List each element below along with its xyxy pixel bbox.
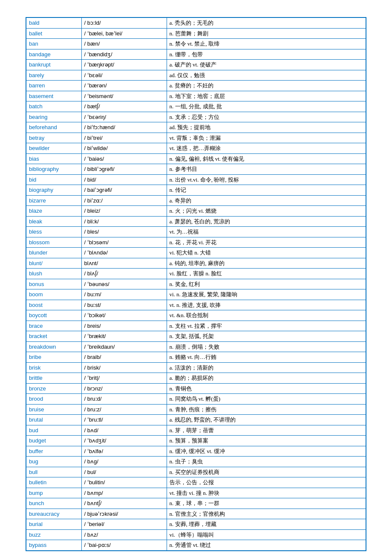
word-cell: bump — [26, 488, 81, 498]
pronunciation-cell: / ˈberiəl/ — [81, 519, 167, 530]
table-row: budget/ ˈbʌdʒit/n. 预算，预算案 — [26, 436, 366, 446]
word-cell: bull — [26, 467, 81, 477]
definition-cell: vt. 背叛；辜负；泄漏 — [167, 133, 366, 143]
definition-cell: n. 虫子；臭虫 — [167, 457, 366, 467]
pronunciation-cell: / ˈbaiəs/ — [81, 153, 167, 164]
definition-cell: n. 束，球，串；一群 — [167, 498, 366, 509]
table-row: brittle/ ˈbrit|/a. 脆的；易损坏的 — [26, 373, 366, 384]
word-cell: batch — [26, 101, 81, 112]
word-cell: boom — [26, 289, 81, 300]
table-row: brutal/ ˈbruːtl/a. 残忍的, 野蛮的, 不讲理的 — [26, 415, 366, 425]
word-cell: bid — [26, 174, 81, 185]
definition-cell: a. 破产的 vt. 使破产 — [167, 60, 366, 70]
table-row: bandage/ ˈbændidʒ/n. 绷带，包带 — [26, 49, 366, 60]
pronunciation-cell: / ˈbærən/ — [81, 81, 167, 91]
pronunciation-cell: / braib/ — [81, 352, 167, 363]
definition-cell: n. 支柱 vt. 拉紧，撑牢 — [167, 321, 366, 331]
definition-cell: vt. &n. 联合抵制 — [167, 310, 366, 321]
page-container: bald/ bɔːld/a. 秃头的；无毛的ballet/ ˈbælei, bæ… — [26, 17, 366, 555]
pronunciation-cell: / ˈbəunəs/ — [81, 279, 167, 289]
table-row: brood/ bruːd/n. 同窝幼鸟 vt. 孵(蛋) — [26, 394, 366, 405]
word-cell: buffer — [26, 446, 81, 457]
definition-cell: a. 萧瑟的, 苍白的, 荒凉的 — [167, 216, 366, 227]
pronunciation-cell: / biˈtrei/ — [81, 133, 167, 143]
definition-cell: a. 奇异的 — [167, 195, 366, 206]
definition-cell: n. 青铜色 — [167, 383, 366, 394]
table-row: bulletin/ ˈbulitin/告示，公告，公报 — [26, 477, 366, 488]
word-cell: betray — [26, 133, 81, 143]
pronunciation-cell: / bʌd/ — [81, 425, 167, 436]
table-row: ballet/ ˈbælei, bæˈlei/n. 芭蕾舞；舞剧 — [26, 28, 366, 39]
definition-cell: n. 一组, 分批, 成批, 批 — [167, 101, 366, 112]
word-cell: bewilder — [26, 143, 81, 154]
definition-cell: n. 买空的证券投机商 — [167, 467, 366, 477]
pronunciation-cell: blʌnt/ — [81, 258, 167, 269]
table-row: bud/ bʌd/n. 芽，萌芽；蓓蕾 — [26, 425, 366, 436]
pronunciation-cell: / buːst/ — [81, 300, 167, 310]
definition-cell: n. 花，开花 vi. 开花 — [167, 237, 366, 248]
word-cell: blossom — [26, 237, 81, 248]
definition-cell: n. 旁通管 vt. 绕过 — [167, 540, 366, 551]
word-cell: basement — [26, 91, 81, 101]
word-cell: beforehand — [26, 122, 81, 133]
definition-cell: n. 同窝幼鸟 vt. 孵(蛋) — [167, 394, 366, 405]
word-cell: bias — [26, 153, 81, 164]
word-cell: bless — [26, 227, 81, 237]
table-row: bewilder/ biˈwildə/vt. 迷惑，把…弄糊涂 — [26, 143, 366, 154]
pronunciation-cell: / ˈbʌlfə/ — [81, 446, 167, 457]
definition-cell: n. 支架, 括弧, 托架 — [167, 331, 366, 342]
pronunciation-cell: / ˈbulitin/ — [81, 477, 167, 488]
word-cell: ballet — [26, 28, 81, 39]
definition-cell: n. 支承；忍受；方位 — [167, 112, 366, 122]
definition-cell: n. 青肿, 伤痕；擦伤 — [167, 404, 366, 415]
word-cell: bug — [26, 457, 81, 467]
definition-cell: vi. 犯大错 n. 大错 — [167, 248, 366, 258]
definition-cell: vt. n. 推进, 支援, 吹捧 — [167, 300, 366, 310]
definition-cell: n. 官僚主义；官僚机构 — [167, 509, 366, 519]
pronunciation-cell: / bid/ — [81, 174, 167, 185]
word-cell: bandage — [26, 49, 81, 60]
definition-cell: vt. 撞击 vi. 撞 n. 肿块 — [167, 488, 366, 498]
word-cell: bruise — [26, 404, 81, 415]
table-row: boom/ buːm/vi. n. 急速发展, 繁荣, 隆隆响 — [26, 289, 366, 300]
pronunciation-cell: / bjuəˈrɔkrəsi/ — [81, 509, 167, 519]
pronunciation-cell: / ˈbændidʒ/ — [81, 49, 167, 60]
word-cell: bibliography — [26, 164, 81, 175]
pronunciation-cell: / ˈbælei, bæˈlei/ — [81, 28, 167, 39]
pronunciation-cell: / bʌg/ — [81, 457, 167, 467]
pronunciation-cell: / biˈfɔːhænd/ — [81, 122, 167, 133]
definition-cell: n. 参考书目 — [167, 164, 366, 175]
table-row: bankrupt/ ˈbæŋkrəpt/a. 破产的 vt. 使破产 — [26, 60, 366, 70]
pronunciation-cell: / blʌʃ/ — [81, 269, 167, 279]
definition-cell: a. 残忍的, 野蛮的, 不讲理的 — [167, 415, 366, 425]
word-cell: brisk — [26, 362, 81, 373]
definition-cell: n. 崩溃，倒塌；失败 — [167, 341, 366, 352]
word-cell: bribe — [26, 352, 81, 363]
definition-cell: a. 钝的, 坦率的, 麻痹的 — [167, 258, 366, 269]
word-cell: boycott — [26, 310, 81, 321]
table-row: bid/ bid/n. 出价 vt.vi. 命令, 吩咐, 投标 — [26, 174, 366, 185]
table-row: bribe/ braib/n. 贿赂 vt. 向…行贿 — [26, 352, 366, 363]
table-row: bump/ bʌmp/vt. 撞击 vi. 撞 n. 肿块 — [26, 488, 366, 498]
word-cell: blaze — [26, 206, 81, 217]
pronunciation-cell: / baiˈɔgrəfi/ — [81, 185, 167, 196]
table-row: batch/ bætʃ/n. 一组, 分批, 成批, 批 — [26, 101, 366, 112]
pronunciation-cell: / bibliˈɔgrəfi/ — [81, 164, 167, 175]
table-row: boost/ buːst/vt. n. 推进, 支援, 吹捧 — [26, 300, 366, 310]
table-row: barren/ ˈbærən/a. 贫瘠的；不妊的 — [26, 81, 366, 91]
pronunciation-cell: / bɔːld/ — [81, 17, 167, 28]
table-row: breakdown/ ˈbreikdaun/n. 崩溃，倒塌；失败 — [26, 341, 366, 352]
table-row: bruise/ bruːz/n. 青肿, 伤痕；擦伤 — [26, 404, 366, 415]
table-row: buzz/ bʌz/vi.（蜂等）嗡嗡叫 — [26, 529, 366, 540]
pronunciation-cell: / bʌmp/ — [81, 488, 167, 498]
word-cell: bizarre — [26, 195, 81, 206]
table-row: bunch/ bʌntʃ/n. 束，球，串；一群 — [26, 498, 366, 509]
pronunciation-cell: / ˈbʌdʒit/ — [81, 436, 167, 446]
definition-cell: ad. 仅仅，勉强 — [167, 70, 366, 81]
definition-cell: 告示，公告，公报 — [167, 477, 366, 488]
word-cell: bronze — [26, 383, 81, 394]
word-cell: bonus — [26, 279, 81, 289]
table-row: beforehand/ biˈfɔːhænd/ad. 预先；提前地 — [26, 122, 366, 133]
word-cell: bankrupt — [26, 60, 81, 70]
pronunciation-cell: / buːm/ — [81, 289, 167, 300]
